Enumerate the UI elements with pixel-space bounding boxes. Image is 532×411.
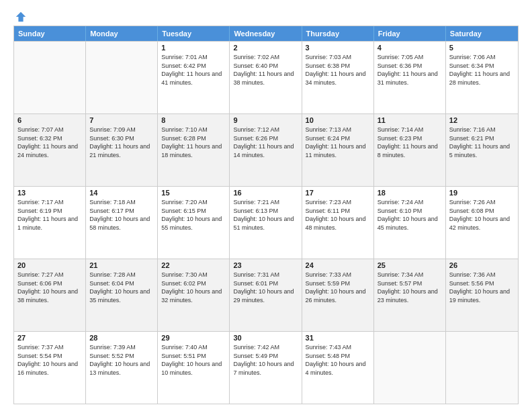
calendar-week-row: 13Sunrise: 7:17 AM Sunset: 6:19 PM Dayli… xyxy=(14,186,518,259)
svg-marker-0 xyxy=(16,12,26,21)
calendar-day-cell: 29Sunrise: 7:40 AM Sunset: 5:51 PM Dayli… xyxy=(158,332,230,404)
calendar-day-cell: 2Sunrise: 7:02 AM Sunset: 6:40 PM Daylig… xyxy=(230,42,302,113)
day-info: Sunrise: 7:23 AM Sunset: 6:11 PM Dayligh… xyxy=(306,198,370,232)
calendar-week-row: 20Sunrise: 7:27 AM Sunset: 6:06 PM Dayli… xyxy=(14,259,518,331)
calendar-day-cell: 24Sunrise: 7:33 AM Sunset: 5:59 PM Dayli… xyxy=(302,259,374,331)
day-number: 23 xyxy=(233,261,298,269)
calendar-day-cell: 12Sunrise: 7:16 AM Sunset: 6:21 PM Dayli… xyxy=(446,114,518,186)
day-info: Sunrise: 7:09 AM Sunset: 6:30 PM Dayligh… xyxy=(89,126,154,159)
day-info: Sunrise: 7:28 AM Sunset: 6:04 PM Dayligh… xyxy=(89,271,154,304)
calendar-header: SundayMondayTuesdayWednesdayThursdayFrid… xyxy=(14,26,518,41)
day-number: 18 xyxy=(378,189,442,197)
calendar-day-cell: 7Sunrise: 7:09 AM Sunset: 6:30 PM Daylig… xyxy=(86,114,158,186)
calendar-header-day: Wednesday xyxy=(230,26,302,41)
day-number: 28 xyxy=(89,334,154,342)
day-info: Sunrise: 7:01 AM Sunset: 6:42 PM Dayligh… xyxy=(161,53,226,87)
day-number: 12 xyxy=(449,116,515,124)
day-info: Sunrise: 7:20 AM Sunset: 6:15 PM Dayligh… xyxy=(161,198,226,232)
calendar-day-cell xyxy=(86,42,158,113)
calendar-day-cell: 3Sunrise: 7:03 AM Sunset: 6:38 PM Daylig… xyxy=(302,42,374,113)
calendar-day-cell: 22Sunrise: 7:30 AM Sunset: 6:02 PM Dayli… xyxy=(158,259,230,331)
calendar-day-cell: 31Sunrise: 7:43 AM Sunset: 5:48 PM Dayli… xyxy=(302,332,374,404)
day-number: 25 xyxy=(378,261,442,269)
day-number: 10 xyxy=(306,116,370,124)
day-info: Sunrise: 7:07 AM Sunset: 6:32 PM Dayligh… xyxy=(17,126,82,159)
day-info: Sunrise: 7:10 AM Sunset: 6:28 PM Dayligh… xyxy=(161,126,226,159)
calendar-day-cell: 6Sunrise: 7:07 AM Sunset: 6:32 PM Daylig… xyxy=(14,114,86,186)
calendar-week-row: 1Sunrise: 7:01 AM Sunset: 6:42 PM Daylig… xyxy=(14,41,518,113)
day-number: 27 xyxy=(17,334,82,342)
calendar-header-day: Thursday xyxy=(302,26,374,41)
day-info: Sunrise: 7:37 AM Sunset: 5:54 PM Dayligh… xyxy=(17,343,82,377)
day-info: Sunrise: 7:05 AM Sunset: 6:36 PM Dayligh… xyxy=(378,53,442,87)
day-info: Sunrise: 7:02 AM Sunset: 6:40 PM Dayligh… xyxy=(233,53,298,87)
calendar-day-cell: 4Sunrise: 7:05 AM Sunset: 6:36 PM Daylig… xyxy=(374,42,446,113)
day-number: 29 xyxy=(161,334,226,342)
day-info: Sunrise: 7:26 AM Sunset: 6:08 PM Dayligh… xyxy=(449,198,515,232)
day-number: 7 xyxy=(89,116,154,124)
day-number: 14 xyxy=(89,189,154,197)
day-number: 1 xyxy=(161,44,226,52)
calendar-day-cell: 11Sunrise: 7:14 AM Sunset: 6:23 PM Dayli… xyxy=(374,114,446,186)
day-number: 22 xyxy=(161,261,226,269)
day-number: 4 xyxy=(378,44,442,52)
day-info: Sunrise: 7:24 AM Sunset: 6:10 PM Dayligh… xyxy=(378,198,442,232)
calendar-day-cell: 15Sunrise: 7:20 AM Sunset: 6:15 PM Dayli… xyxy=(158,187,230,259)
day-number: 31 xyxy=(306,334,370,342)
calendar-day-cell: 8Sunrise: 7:10 AM Sunset: 6:28 PM Daylig… xyxy=(158,114,230,186)
calendar-week-row: 27Sunrise: 7:37 AM Sunset: 5:54 PM Dayli… xyxy=(14,331,518,404)
day-number: 20 xyxy=(17,261,82,269)
calendar-header-day: Sunday xyxy=(14,26,86,41)
calendar-week-row: 6Sunrise: 7:07 AM Sunset: 6:32 PM Daylig… xyxy=(14,113,518,186)
day-number: 21 xyxy=(89,261,154,269)
day-number: 16 xyxy=(233,189,298,197)
calendar-day-cell: 21Sunrise: 7:28 AM Sunset: 6:04 PM Dayli… xyxy=(86,259,158,331)
calendar-day-cell: 20Sunrise: 7:27 AM Sunset: 6:06 PM Dayli… xyxy=(14,259,86,331)
calendar-day-cell: 25Sunrise: 7:34 AM Sunset: 5:57 PM Dayli… xyxy=(374,259,446,331)
day-info: Sunrise: 7:21 AM Sunset: 6:13 PM Dayligh… xyxy=(233,198,298,232)
day-info: Sunrise: 7:33 AM Sunset: 5:59 PM Dayligh… xyxy=(306,271,370,304)
day-info: Sunrise: 7:17 AM Sunset: 6:19 PM Dayligh… xyxy=(17,198,82,232)
calendar-day-cell xyxy=(446,332,518,404)
day-info: Sunrise: 7:13 AM Sunset: 6:24 PM Dayligh… xyxy=(306,126,370,159)
header xyxy=(13,11,519,20)
calendar-body: 1Sunrise: 7:01 AM Sunset: 6:42 PM Daylig… xyxy=(14,41,518,404)
calendar-day-cell: 1Sunrise: 7:01 AM Sunset: 6:42 PM Daylig… xyxy=(158,42,230,113)
day-info: Sunrise: 7:03 AM Sunset: 6:38 PM Dayligh… xyxy=(306,53,370,87)
calendar-day-cell: 18Sunrise: 7:24 AM Sunset: 6:10 PM Dayli… xyxy=(374,187,446,259)
day-info: Sunrise: 7:18 AM Sunset: 6:17 PM Dayligh… xyxy=(89,198,154,232)
day-number: 6 xyxy=(17,116,82,124)
day-info: Sunrise: 7:42 AM Sunset: 5:49 PM Dayligh… xyxy=(233,343,298,377)
calendar-day-cell: 28Sunrise: 7:39 AM Sunset: 5:52 PM Dayli… xyxy=(86,332,158,404)
day-info: Sunrise: 7:16 AM Sunset: 6:21 PM Dayligh… xyxy=(449,126,515,159)
day-number: 5 xyxy=(449,44,515,52)
day-info: Sunrise: 7:34 AM Sunset: 5:57 PM Dayligh… xyxy=(378,271,442,304)
day-info: Sunrise: 7:30 AM Sunset: 6:02 PM Dayligh… xyxy=(161,271,226,304)
day-number: 17 xyxy=(306,189,370,197)
day-info: Sunrise: 7:14 AM Sunset: 6:23 PM Dayligh… xyxy=(378,126,442,159)
day-info: Sunrise: 7:27 AM Sunset: 6:06 PM Dayligh… xyxy=(17,271,82,304)
day-number: 15 xyxy=(161,189,226,197)
day-info: Sunrise: 7:31 AM Sunset: 6:01 PM Dayligh… xyxy=(233,271,298,304)
calendar-day-cell: 13Sunrise: 7:17 AM Sunset: 6:19 PM Dayli… xyxy=(14,187,86,259)
day-number: 13 xyxy=(17,189,82,197)
calendar-day-cell: 10Sunrise: 7:13 AM Sunset: 6:24 PM Dayli… xyxy=(302,114,374,186)
calendar-day-cell: 30Sunrise: 7:42 AM Sunset: 5:49 PM Dayli… xyxy=(230,332,302,404)
calendar-day-cell: 14Sunrise: 7:18 AM Sunset: 6:17 PM Dayli… xyxy=(86,187,158,259)
day-info: Sunrise: 7:36 AM Sunset: 5:56 PM Dayligh… xyxy=(449,271,515,304)
day-number: 30 xyxy=(233,334,298,342)
logo-icon xyxy=(15,11,27,23)
day-info: Sunrise: 7:06 AM Sunset: 6:34 PM Dayligh… xyxy=(449,53,515,87)
calendar-day-cell: 19Sunrise: 7:26 AM Sunset: 6:08 PM Dayli… xyxy=(446,187,518,259)
logo xyxy=(13,11,27,20)
calendar-header-day: Tuesday xyxy=(158,26,230,41)
day-number: 26 xyxy=(449,261,515,269)
calendar-day-cell: 9Sunrise: 7:12 AM Sunset: 6:26 PM Daylig… xyxy=(230,114,302,186)
calendar-day-cell: 23Sunrise: 7:31 AM Sunset: 6:01 PM Dayli… xyxy=(230,259,302,331)
calendar-day-cell: 5Sunrise: 7:06 AM Sunset: 6:34 PM Daylig… xyxy=(446,42,518,113)
calendar-day-cell: 17Sunrise: 7:23 AM Sunset: 6:11 PM Dayli… xyxy=(302,187,374,259)
day-number: 3 xyxy=(306,44,370,52)
calendar-header-day: Saturday xyxy=(446,26,518,41)
calendar-header-day: Friday xyxy=(374,26,446,41)
calendar-day-cell: 27Sunrise: 7:37 AM Sunset: 5:54 PM Dayli… xyxy=(14,332,86,404)
